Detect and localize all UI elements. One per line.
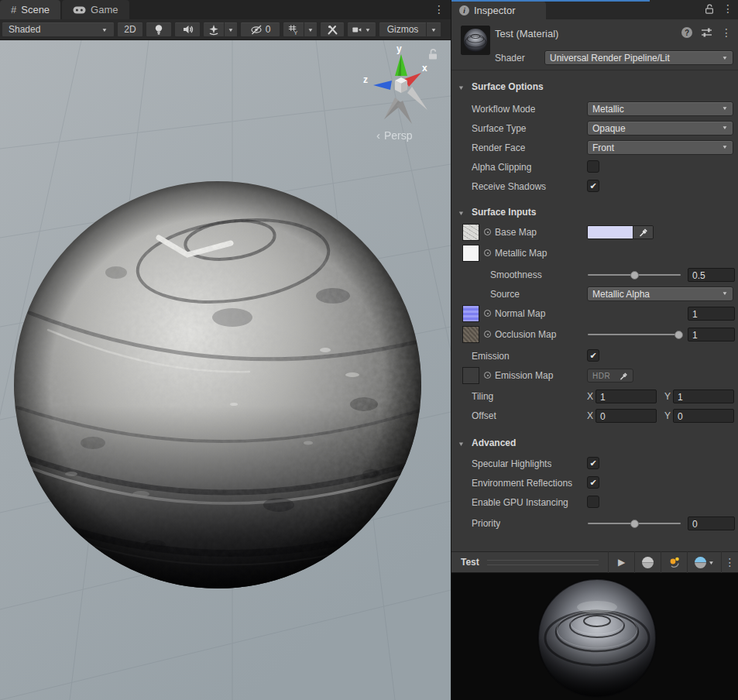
tab-inspector[interactable]: i Inspector	[451, 2, 546, 19]
normal-map-texture-slot[interactable]	[462, 305, 479, 322]
tools-button[interactable]	[320, 22, 345, 37]
preview-drag-handle[interactable]	[487, 560, 599, 565]
gamepad-icon	[73, 5, 86, 15]
render-face-value: Front	[592, 142, 614, 153]
base-map-color-swatch[interactable]	[588, 226, 633, 238]
grid-visibility-button[interactable]: Y	[283, 22, 304, 37]
offset-x-field[interactable]: 0	[596, 409, 657, 423]
workflow-mode-dropdown[interactable]: Metallic ▼	[587, 101, 733, 116]
specular-highlights-checkbox[interactable]: ✔	[587, 457, 599, 469]
offset-y-field[interactable]: 0	[673, 409, 734, 423]
slider-knob[interactable]	[630, 520, 639, 528]
preview-menu-button[interactable]: ⋮	[721, 551, 738, 573]
alpha-clipping-checkbox[interactable]: ✔	[587, 160, 599, 173]
lighting-toggle-button[interactable]	[146, 22, 172, 37]
object-picker-icon[interactable]	[484, 331, 491, 338]
shader-dropdown[interactable]: Universal Render Pipeline/Lit ▼	[544, 50, 733, 65]
base-map-color-control[interactable]	[587, 225, 654, 239]
tab-game[interactable]: Game	[62, 0, 129, 19]
source-label: Source	[490, 289, 520, 300]
preview-bar[interactable]: Test ▶ ▼ ⋮	[451, 551, 738, 573]
preview-mesh-button[interactable]	[634, 551, 661, 573]
tiling-x-field[interactable]: 1	[596, 389, 657, 403]
slider-knob[interactable]	[674, 331, 683, 339]
audio-toggle-button[interactable]	[174, 22, 201, 37]
render-face-dropdown[interactable]: Front ▼	[587, 140, 733, 155]
gizmos-dropdown[interactable]: ▼	[427, 22, 441, 37]
material-menu-icon[interactable]: ⋮	[721, 26, 732, 39]
presets-icon[interactable]	[701, 27, 712, 38]
shading-mode-value: Shaded	[9, 24, 40, 35]
object-picker-icon[interactable]	[484, 310, 491, 317]
effects-dropdown[interactable]: ▼	[225, 22, 238, 37]
object-picker-icon[interactable]	[484, 249, 491, 256]
eyedropper-icon[interactable]	[620, 372, 628, 380]
emission-map-texture-slot[interactable]	[462, 367, 479, 384]
receive-shadows-checkbox[interactable]: ✔	[587, 180, 599, 192]
section-advanced[interactable]: ▼ Advanced	[451, 437, 738, 451]
tiling-y-field[interactable]: 1	[673, 389, 734, 403]
shading-mode-dropdown[interactable]: Shaded ▼	[2, 22, 115, 37]
priority-slider[interactable]	[588, 523, 681, 524]
tab-scene[interactable]: # Scene	[0, 0, 60, 19]
preview-play-button[interactable]: ▶	[608, 551, 634, 573]
tools-icon	[327, 24, 338, 36]
help-icon[interactable]: ?	[681, 27, 692, 38]
material-preview-viewport[interactable]	[451, 573, 738, 700]
smoothness-slider[interactable]	[588, 274, 681, 276]
preview-title: Test	[461, 557, 479, 568]
object-picker-icon[interactable]	[484, 372, 491, 379]
object-picker-icon[interactable]	[484, 228, 491, 235]
scene-menu-icon[interactable]: ⋮	[434, 3, 445, 15]
camera-settings-button[interactable]: ▼	[347, 22, 376, 37]
lightbulb-icon	[153, 24, 164, 36]
emission-checkbox[interactable]: ✔	[587, 349, 599, 362]
environment-reflections-row: Environment Reflections ✔	[451, 475, 738, 492]
occlusion-strength-field[interactable]: 1	[688, 328, 735, 341]
hidden-objects-button[interactable]: 0	[240, 22, 280, 37]
emission-hdr-color-button[interactable]: HDR	[587, 369, 633, 383]
projection-toggle[interactable]: ‹ Persp	[376, 129, 413, 142]
offset-x-label: X	[587, 410, 593, 421]
slider-knob[interactable]	[630, 271, 639, 280]
unity-editor: # Scene Game ⋮ Shaded ▼ 2D	[0, 0, 738, 700]
workflow-mode-value: Metallic	[592, 104, 624, 115]
surface-type-value: Opaque	[592, 123, 626, 134]
base-map-texture-slot[interactable]	[462, 224, 479, 241]
metallic-map-texture-slot[interactable]	[462, 245, 479, 262]
surface-type-dropdown[interactable]: Opaque ▼	[587, 121, 733, 136]
normal-map-scale-field[interactable]: 1	[688, 307, 735, 321]
gizmos-button[interactable]: Gizmos	[379, 22, 427, 37]
scene-viewport[interactable]: y x z ‹ Persp	[0, 40, 451, 700]
section-title: Surface Options	[472, 81, 544, 92]
specular-highlights-row: Specular Highlights ✔	[451, 456, 738, 473]
material-title: Test (Material)	[495, 28, 558, 39]
material-thumbnail[interactable]	[461, 26, 490, 55]
environment-reflections-checkbox[interactable]: ✔	[587, 476, 599, 489]
eyedropper-icon[interactable]	[639, 228, 648, 237]
inspector-menu-icon[interactable]: ⋮	[723, 2, 733, 15]
section-surface-inputs[interactable]: ▼ Surface Inputs	[451, 206, 738, 220]
chevron-down-icon: ▼	[101, 26, 108, 32]
section-surface-options[interactable]: ▼ Surface Options	[451, 81, 738, 94]
gpu-instancing-checkbox[interactable]: ✔	[587, 496, 599, 508]
scene-panel: # Scene Game ⋮ Shaded ▼ 2D	[0, 0, 451, 700]
chevron-down-icon: ▼	[709, 559, 715, 564]
effects-toggle-button[interactable]	[203, 22, 225, 37]
source-dropdown[interactable]: Metallic Alpha ▼	[587, 287, 733, 301]
occlusion-strength-slider[interactable]	[588, 334, 681, 335]
environment-sphere-icon	[695, 557, 706, 568]
2d-toggle-button[interactable]: 2D	[117, 22, 143, 37]
lock-open-icon[interactable]	[427, 48, 439, 60]
grid-dropdown[interactable]: ▼	[304, 22, 318, 37]
occlusion-map-texture-slot[interactable]	[462, 326, 479, 343]
scene-grid-icon: #	[11, 4, 16, 15]
source-row: Source Metallic Alpha ▼	[451, 287, 738, 304]
preview-lighting-button[interactable]	[661, 551, 687, 573]
lock-open-icon[interactable]	[704, 3, 715, 15]
priority-row: Priority 0	[451, 516, 738, 533]
inspector-tabbar: i Inspector ⋮	[451, 0, 738, 19]
priority-field[interactable]: 0	[688, 516, 735, 530]
smoothness-field[interactable]: 0.5	[688, 268, 735, 282]
preview-environment-button[interactable]: ▼	[687, 551, 721, 573]
